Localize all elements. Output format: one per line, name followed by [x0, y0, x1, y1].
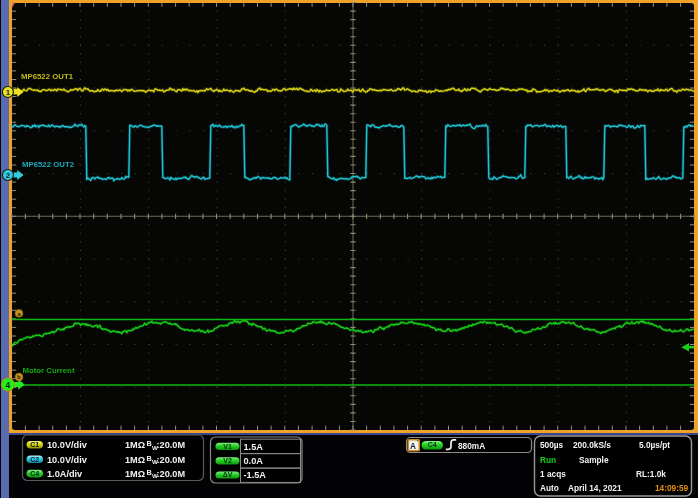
svg-text:1MΩ: 1MΩ — [125, 455, 145, 465]
svg-text::20.0M: :20.0M — [157, 455, 186, 465]
svg-text:MP6522 OUT1: MP6522 OUT1 — [21, 72, 74, 81]
svg-text:10.0V/div: 10.0V/div — [47, 455, 88, 465]
svg-text:10.0V/div: 10.0V/div — [47, 440, 88, 450]
svg-text:April 14, 2021: April 14, 2021 — [568, 483, 622, 493]
svg-text:200.0kS/s: 200.0kS/s — [573, 440, 611, 450]
svg-text::20.0M: :20.0M — [157, 440, 186, 450]
svg-text:V2: V2 — [223, 457, 232, 464]
svg-text:1: 1 — [6, 88, 11, 97]
svg-text:0.0A: 0.0A — [244, 456, 264, 466]
svg-text:V1: V1 — [223, 443, 232, 450]
svg-text:Sample: Sample — [579, 455, 609, 465]
svg-text:5.0µs/pt: 5.0µs/pt — [639, 440, 670, 450]
svg-text:B: B — [147, 454, 152, 463]
svg-text:B: B — [147, 439, 152, 448]
svg-text:1.0A/div: 1.0A/div — [47, 469, 83, 479]
svg-text:RL:1.0k: RL:1.0k — [636, 469, 666, 479]
svg-text:b: b — [17, 374, 21, 380]
svg-text:MP6522 OUT2: MP6522 OUT2 — [22, 160, 75, 169]
svg-text:2: 2 — [6, 171, 11, 180]
svg-text:880mA: 880mA — [458, 441, 485, 451]
svg-text::20.0M: :20.0M — [157, 469, 186, 479]
svg-text:ΔV: ΔV — [223, 471, 233, 478]
svg-text:1.5A: 1.5A — [244, 442, 264, 452]
svg-text:Run: Run — [540, 455, 556, 465]
svg-text:500µs: 500µs — [540, 440, 564, 450]
svg-text:Motor Current: Motor Current — [23, 366, 75, 375]
svg-text:-1.5A: -1.5A — [244, 470, 267, 480]
svg-text:4: 4 — [5, 380, 10, 390]
svg-text:Auto: Auto — [540, 483, 559, 493]
svg-text:C2: C2 — [30, 456, 39, 463]
svg-text:C4: C4 — [428, 441, 437, 448]
svg-text:C1: C1 — [30, 441, 39, 448]
svg-text:1MΩ: 1MΩ — [125, 469, 145, 479]
svg-text:1MΩ: 1MΩ — [125, 440, 145, 450]
svg-text:1 acqs: 1 acqs — [540, 469, 566, 479]
svg-text:B: B — [147, 468, 152, 477]
svg-text:C4: C4 — [30, 470, 39, 477]
svg-text:A: A — [410, 442, 416, 451]
svg-text:14:09:59: 14:09:59 — [655, 483, 689, 493]
